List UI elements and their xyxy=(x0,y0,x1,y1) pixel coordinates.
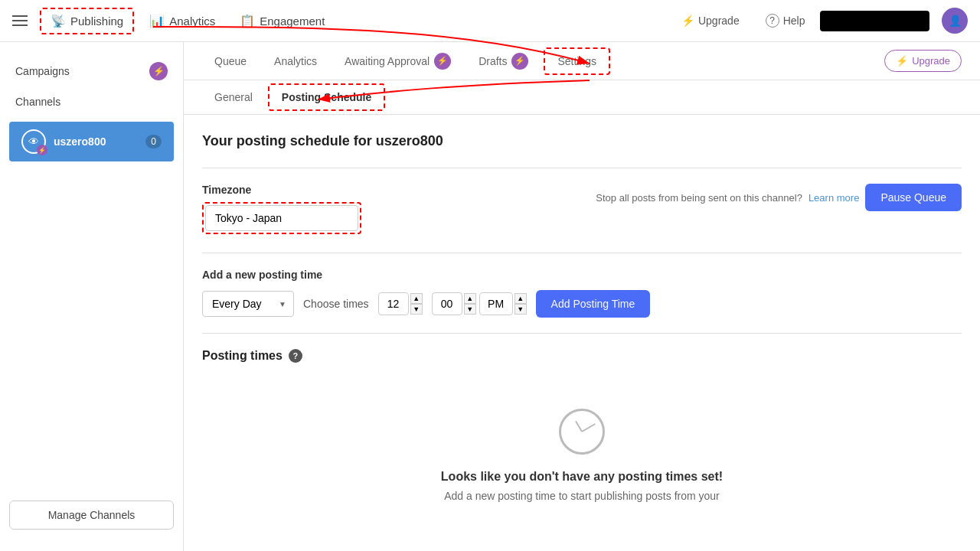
day-select-wrapper: Every Day Monday Tuesday Wednesday Thurs… xyxy=(202,291,294,317)
awaiting-lightning-icon: ⚡ xyxy=(437,56,448,66)
sidebar-item-campaigns[interactable]: Campaigns ⚡ xyxy=(0,54,183,88)
sidebar-bottom: Manage Channels xyxy=(0,491,183,539)
add-posting-title: Add a new posting time xyxy=(202,269,962,281)
nav-analytics[interactable]: 📊 Analytics xyxy=(140,9,224,33)
tab-upgrade-lightning-icon: ⚡ xyxy=(896,55,908,67)
posting-times-label: Posting times xyxy=(202,349,283,363)
time-input-group: ▲ ▼ ▲ ▼ xyxy=(378,292,527,315)
awaiting-badge: ⚡ xyxy=(434,53,451,70)
engagement-nav-icon: 📋 xyxy=(240,14,255,28)
timezone-section: Timezone Stop all posts from being sent … xyxy=(202,184,962,234)
channel-name: uszero800 xyxy=(54,135,138,148)
content-area: Queue Analytics Awaiting Approval ⚡ Draf… xyxy=(184,42,980,551)
tab-upgrade-button[interactable]: ⚡ Upgrade xyxy=(884,50,962,72)
page-title: Your posting schedule for uszero800 xyxy=(202,133,962,149)
minute-input[interactable] xyxy=(432,292,462,315)
campaigns-badge: ⚡ xyxy=(149,62,168,80)
ampm-down-button[interactable]: ▼ xyxy=(514,304,527,315)
nav-publishing[interactable]: 📡 Publishing xyxy=(40,8,134,34)
posting-times-section: Posting times ? Looks like you don't hav… xyxy=(202,349,962,533)
tab-drafts-label: Drafts xyxy=(479,55,507,67)
tab-awaiting-label: Awaiting Approval xyxy=(345,55,430,67)
publishing-icon: 📡 xyxy=(51,14,66,28)
tab-awaiting-approval[interactable]: Awaiting Approval ⚡ xyxy=(332,47,463,76)
clock-icon xyxy=(559,409,605,455)
ampm-spinner: ▲ ▼ xyxy=(514,293,527,315)
hour-field: ▲ ▼ xyxy=(378,292,423,315)
upgrade-nav-btn[interactable]: ⚡ Upgrade xyxy=(671,10,750,31)
posting-times-help-icon[interactable]: ? xyxy=(289,349,302,363)
empty-state: Looks like you don't have any posting ti… xyxy=(202,378,962,533)
posting-times-header: Posting times ? xyxy=(202,349,962,363)
add-posting-time-button[interactable]: Add Posting Time xyxy=(536,290,651,318)
tab-settings[interactable]: Settings xyxy=(544,47,610,75)
upgrade-lightning-icon: ⚡ xyxy=(681,15,694,27)
tab-settings-label: Settings xyxy=(557,55,596,67)
choose-times-label: Choose times xyxy=(303,298,369,310)
channel-count: 0 xyxy=(145,135,162,148)
add-posting-row: Every Day Monday Tuesday Wednesday Thurs… xyxy=(202,290,962,318)
page-content: Your posting schedule for uszero800 Time… xyxy=(184,115,980,551)
tab-general-label: General xyxy=(214,91,253,103)
avatar-icon: 👤 xyxy=(949,15,962,27)
hour-down-button[interactable]: ▼ xyxy=(410,304,423,315)
tab-queue-label: Queue xyxy=(214,55,247,67)
sub-tabs: Queue Analytics Awaiting Approval ⚡ Draf… xyxy=(184,42,980,80)
ampm-up-button[interactable]: ▲ xyxy=(514,293,527,304)
nav-analytics-label: Analytics xyxy=(169,15,215,28)
channel-badge: ⚡ xyxy=(37,145,47,155)
tab-drafts[interactable]: Drafts ⚡ xyxy=(466,47,541,76)
help-circle-icon: ? xyxy=(766,14,779,28)
help-nav-btn[interactable]: ? Help xyxy=(756,9,815,32)
campaigns-label: Campaigns xyxy=(15,65,70,77)
pause-section: Stop all posts from being sent on this c… xyxy=(596,184,962,211)
drafts-badge: ⚡ xyxy=(511,53,528,70)
sidebar: Campaigns ⚡ Channels 👁 ⚡ xyxy=(0,42,184,551)
upgrade-nav-label: Upgrade xyxy=(698,15,740,27)
tab-analytics[interactable]: Analytics xyxy=(262,49,329,73)
timezone-input-wrapper xyxy=(202,202,361,234)
sidebar-item-channels[interactable]: Channels xyxy=(0,88,183,116)
empty-state-title: Looks like you don't have any posting ti… xyxy=(441,470,723,484)
tab-posting-schedule-label: Posting Schedule xyxy=(282,91,371,103)
tab-analytics-label: Analytics xyxy=(274,55,317,67)
nav-engagement[interactable]: 📋 Engagement xyxy=(230,9,334,33)
manage-channels-button[interactable]: Manage Channels xyxy=(9,500,174,530)
learn-more-link[interactable]: Learn more xyxy=(808,192,859,204)
hour-spinner: ▲ ▼ xyxy=(410,293,423,315)
top-nav: 📡 Publishing 📊 Analytics 📋 Engagement ⚡ … xyxy=(0,0,980,42)
timezone-label: Timezone xyxy=(202,184,361,196)
ampm-input[interactable] xyxy=(479,292,513,315)
tab-queue[interactable]: Queue xyxy=(202,49,259,73)
empty-state-subtitle: Add a new posting time to start publishi… xyxy=(444,490,720,502)
hour-input[interactable] xyxy=(378,292,409,315)
ampm-field: ▲ ▼ xyxy=(479,292,527,315)
minute-down-button[interactable]: ▼ xyxy=(464,304,476,315)
campaigns-lightning-icon: ⚡ xyxy=(153,66,165,77)
user-avatar[interactable]: 👤 xyxy=(942,8,968,34)
drafts-lightning-icon: ⚡ xyxy=(514,56,525,66)
hour-up-button[interactable]: ▲ xyxy=(410,293,423,304)
minute-spinner: ▲ ▼ xyxy=(464,293,476,315)
nav-search-box: ████████████ xyxy=(820,11,929,31)
pause-queue-button[interactable]: Pause Queue xyxy=(865,184,962,211)
help-nav-label: Help xyxy=(783,15,805,27)
nav-publishing-label: Publishing xyxy=(70,15,123,28)
tab-posting-schedule[interactable]: Posting Schedule xyxy=(268,83,385,111)
nav-engagement-label: Engagement xyxy=(260,15,325,28)
pause-text: Stop all posts from being sent on this c… xyxy=(596,192,802,204)
minute-up-button[interactable]: ▲ xyxy=(464,293,476,304)
analytics-nav-icon: 📊 xyxy=(149,14,165,28)
day-select[interactable]: Every Day Monday Tuesday Wednesday Thurs… xyxy=(202,291,294,317)
secondary-tabs: General Posting Schedule xyxy=(184,80,980,115)
minute-field: ▲ ▼ xyxy=(432,292,476,315)
timezone-input[interactable] xyxy=(205,205,358,231)
hamburger-menu[interactable] xyxy=(12,15,28,26)
sidebar-channel-item[interactable]: 👁 ⚡ uszero800 0 xyxy=(9,122,174,161)
channel-avatar: 👁 ⚡ xyxy=(21,129,46,154)
tab-upgrade-label: Upgrade xyxy=(912,55,950,67)
channels-label: Channels xyxy=(15,96,60,108)
tab-general[interactable]: General xyxy=(202,85,265,109)
timezone-row: Timezone Stop all posts from being sent … xyxy=(202,184,962,234)
clock-hand-minute xyxy=(582,423,596,432)
